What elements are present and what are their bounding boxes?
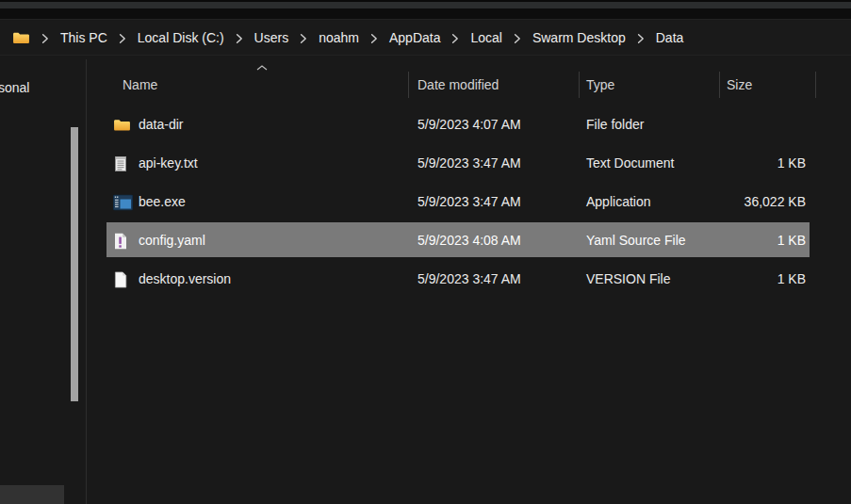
file-row-config-yaml[interactable]: config.yaml 5/9/2023 4:08 AM Yaml Source… <box>87 221 851 260</box>
file-type: Yaml Source File <box>586 221 686 260</box>
yaml-file-icon <box>113 233 128 250</box>
file-type: Application <box>586 183 651 221</box>
column-divider[interactable] <box>579 72 580 98</box>
toolbar-strip <box>0 8 851 20</box>
file-date-modified: 5/9/2023 3:47 AM <box>417 260 521 299</box>
file-size: 1 KB <box>777 221 806 260</box>
sidebar-scrollbar-thumb[interactable] <box>71 127 78 401</box>
breadcrumb: This PC Local Disk (C:) Users noahm AppD… <box>0 21 851 56</box>
file-row-bee-exe[interactable]: bee.exe 5/9/2023 3:47 AM Application 36,… <box>87 183 851 221</box>
blank-file-icon <box>113 271 128 288</box>
column-divider[interactable] <box>719 72 720 98</box>
breadcrumb-item-swarm-desktop[interactable]: Swarm Desktop <box>532 30 626 45</box>
breadcrumb-item-appdata[interactable]: AppData <box>389 30 440 45</box>
titlebar-strip <box>0 2 851 8</box>
file-type: File folder <box>586 106 644 144</box>
file-size: 1 KB <box>777 260 806 299</box>
column-header-type[interactable]: Type <box>586 68 614 102</box>
file-rows: data-dir 5/9/2023 4:07 AM File folder ap… <box>87 106 851 299</box>
sort-ascending-icon <box>256 65 268 71</box>
explorer-body: sonal Name Date modified Type Size dat <box>0 56 851 504</box>
column-header-name[interactable]: Name <box>123 68 157 102</box>
file-size: 1 KB <box>777 144 806 183</box>
file-name: desktop.version <box>139 260 231 299</box>
chevron-right-icon <box>119 33 126 44</box>
breadcrumb-item-local[interactable]: Local <box>470 30 501 45</box>
column-header-date-modified[interactable]: Date modified <box>417 68 499 102</box>
navigation-pane: sonal <box>0 56 86 504</box>
chevron-right-icon <box>41 33 49 44</box>
sidebar-item-personal[interactable]: sonal <box>0 80 29 95</box>
folder-icon <box>113 118 131 132</box>
breadcrumb-item-data[interactable]: Data <box>656 30 684 45</box>
file-date-modified: 5/9/2023 3:47 AM <box>417 183 521 221</box>
column-divider[interactable] <box>815 72 816 98</box>
status-tooltip-fragment <box>0 485 64 504</box>
file-row-data-dir[interactable]: data-dir 5/9/2023 4:07 AM File folder <box>87 106 851 144</box>
file-name: config.yaml <box>139 221 205 260</box>
breadcrumb-item-noahm[interactable]: noahm <box>319 30 359 45</box>
file-name: data-dir <box>139 106 183 144</box>
chevron-right-icon <box>451 33 459 44</box>
breadcrumb-item-this-pc[interactable]: This PC <box>60 30 107 45</box>
file-explorer-window: This PC Local Disk (C:) Users noahm AppD… <box>0 0 851 504</box>
chevron-right-icon <box>370 33 378 44</box>
file-name: bee.exe <box>139 183 186 221</box>
file-date-modified: 5/9/2023 3:47 AM <box>417 144 521 183</box>
file-size: 36,022 KB <box>745 183 806 221</box>
file-date-modified: 5/9/2023 4:07 AM <box>417 106 521 144</box>
chevron-right-icon <box>637 33 645 44</box>
breadcrumb-item-local-disk[interactable]: Local Disk (C:) <box>138 30 224 45</box>
file-name: api-key.txt <box>139 144 198 183</box>
location-folder-icon[interactable] <box>12 31 30 45</box>
file-type: Text Document <box>586 144 674 183</box>
chevron-right-icon <box>514 33 521 44</box>
file-row-desktop-version[interactable]: desktop.version 5/9/2023 3:47 AM VERSION… <box>87 260 851 299</box>
chevron-right-icon <box>300 33 307 44</box>
file-type: VERSION File <box>586 260 670 299</box>
file-list-pane: Name Date modified Type Size data-dir 5/… <box>87 56 851 504</box>
column-header-size[interactable]: Size <box>727 68 752 102</box>
file-date-modified: 5/9/2023 4:08 AM <box>417 221 521 260</box>
file-row-api-key[interactable]: api-key.txt 5/9/2023 3:47 AM Text Docume… <box>87 144 851 183</box>
text-document-icon <box>113 155 128 172</box>
application-icon <box>113 194 133 210</box>
column-divider[interactable] <box>408 72 409 98</box>
column-header-row: Name Date modified Type Size <box>87 68 851 102</box>
chevron-right-icon <box>236 33 243 44</box>
breadcrumb-item-users[interactable]: Users <box>254 30 289 45</box>
